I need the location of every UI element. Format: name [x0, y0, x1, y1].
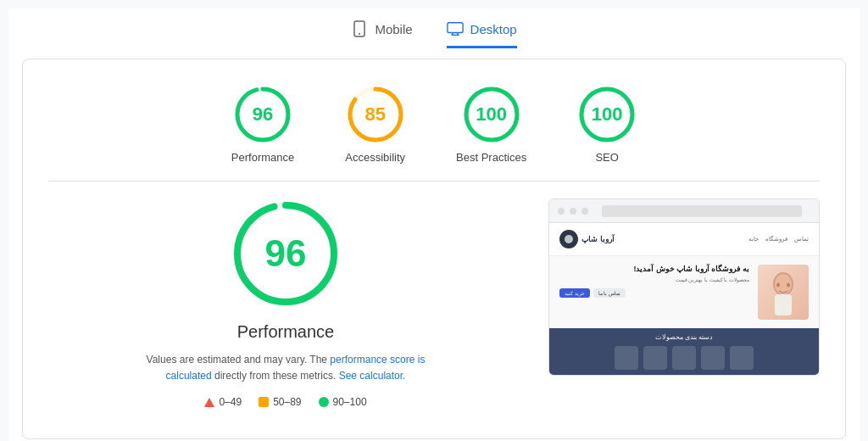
- preview-nav-item-1: خانه: [748, 236, 759, 243]
- preview-hero-title: به فروشگاه آروبا شاپ خوش آمدید!: [559, 265, 749, 273]
- svg-point-20: [776, 282, 780, 287]
- tab-mobile-label: Mobile: [375, 22, 412, 36]
- preview-hero-image: [758, 265, 809, 320]
- score-value-seo: 100: [592, 103, 623, 126]
- preview-buttons: خرید کنید تماس با ما: [559, 288, 749, 298]
- desc-text-middle: directly from these metrics.: [212, 370, 339, 382]
- score-item-performance: 96 Performance: [231, 85, 294, 164]
- preview-btn-primary: خرید کنید: [559, 288, 590, 298]
- preview-hero: به فروشگاه آروبا شاپ خوش آمدید! محصولات …: [549, 256, 819, 328]
- performance-description: Values are estimated and may vary. The p…: [142, 352, 430, 384]
- svg-point-21: [787, 282, 790, 287]
- score-label-best-practices: Best Practices: [456, 151, 526, 164]
- score-circle-best-practices: 100: [462, 85, 521, 144]
- preview-category-5: [730, 346, 754, 370]
- legend-average-label: 50–89: [273, 396, 301, 408]
- content-area: 96 Performance Values are estimated and …: [48, 181, 820, 408]
- preview-category-2: [643, 346, 667, 370]
- score-label-accessibility: Accessibility: [345, 151, 405, 164]
- legend-row: 0–49 50–89 90–100: [204, 396, 366, 408]
- tab-bar: Mobile Desktop: [8, 8, 860, 48]
- pass-icon: [319, 397, 329, 407]
- score-item-seo: 100 SEO: [577, 85, 637, 164]
- preview-category-3: [672, 346, 696, 370]
- tab-desktop-label: Desktop: [470, 22, 517, 36]
- legend-fail-label: 0–49: [219, 396, 242, 408]
- preview-logo-text: آروبا شاپ: [581, 235, 615, 243]
- svg-rect-19: [775, 294, 792, 315]
- browser-dot-1: [558, 208, 565, 215]
- preview-hero-subtitle: محصولات با کیفیت با بهترین قیمت: [559, 276, 749, 283]
- preview-nav-item-3: تماس: [794, 236, 809, 243]
- legend-pass-label: 90–100: [333, 396, 367, 408]
- tab-mobile[interactable]: Mobile: [351, 20, 412, 48]
- desc-text-before: Values are estimated and may vary. The: [147, 354, 331, 366]
- score-value-best-practices: 100: [476, 103, 507, 126]
- preview-categories-title: دسته بندی محصولات: [559, 333, 809, 341]
- preview-image: آروبا شاپ خانه فروشگاه تماس به فروشگاه آ…: [548, 198, 820, 376]
- preview-categories: دسته بندی محصولات: [549, 328, 819, 375]
- score-circle-accessibility: 85: [346, 85, 405, 144]
- average-icon: [259, 397, 269, 407]
- calculator-link[interactable]: See calculator.: [339, 370, 406, 382]
- score-circle-performance: 96: [233, 85, 292, 144]
- svg-point-16: [565, 235, 573, 243]
- browser-dot-2: [570, 208, 576, 215]
- desktop-icon: [447, 20, 464, 37]
- browser-dot-3: [581, 208, 588, 215]
- preview-logo-icon: [559, 230, 578, 248]
- page-container: Mobile Desktop: [8, 8, 860, 441]
- preview-nav: خانه فروشگاه تماس: [748, 236, 809, 243]
- score-label-performance: Performance: [231, 151, 294, 164]
- preview-category-4: [701, 346, 725, 370]
- preview-browser-bar: [549, 199, 819, 223]
- preview-logo: آروبا شاپ: [559, 230, 615, 248]
- preview-category-1: [615, 346, 638, 370]
- legend-pass: 90–100: [319, 396, 367, 408]
- scores-row: 96 Performance 85 Accessibility: [48, 76, 820, 181]
- preview-categories-grid: [559, 346, 809, 370]
- main-score-value: 96: [265, 232, 307, 275]
- legend-fail: 0–49: [204, 396, 242, 408]
- svg-point-1: [359, 33, 360, 35]
- score-item-best-practices: 100 Best Practices: [456, 85, 526, 164]
- mobile-icon: [351, 20, 368, 37]
- fail-icon: [204, 398, 214, 407]
- score-circle-seo: 100: [577, 85, 637, 144]
- left-panel: 96 Performance Values are estimated and …: [48, 198, 523, 408]
- score-value-accessibility: 85: [364, 103, 385, 126]
- score-item-accessibility: 85 Accessibility: [345, 85, 405, 164]
- score-label-seo: SEO: [595, 151, 618, 164]
- svg-rect-2: [447, 23, 462, 33]
- preview-nav-item-2: فروشگاه: [765, 236, 787, 243]
- tab-desktop[interactable]: Desktop: [447, 20, 517, 48]
- score-value-performance: 96: [253, 103, 273, 126]
- preview-site-header: آروبا شاپ خانه فروشگاه تماس: [549, 223, 819, 256]
- main-score-circle: 96: [231, 198, 341, 309]
- preview-hero-text: به فروشگاه آروبا شاپ خوش آمدید! محصولات …: [559, 265, 749, 320]
- right-panel: آروبا شاپ خانه فروشگاه تماس به فروشگاه آ…: [548, 198, 820, 408]
- main-card: 96 Performance 85 Accessibility: [22, 59, 846, 439]
- legend-average: 50–89: [259, 396, 301, 408]
- preview-btn-secondary: تماس با ما: [593, 288, 626, 298]
- main-score-label: Performance: [237, 322, 335, 342]
- browser-address-bar: [602, 205, 802, 217]
